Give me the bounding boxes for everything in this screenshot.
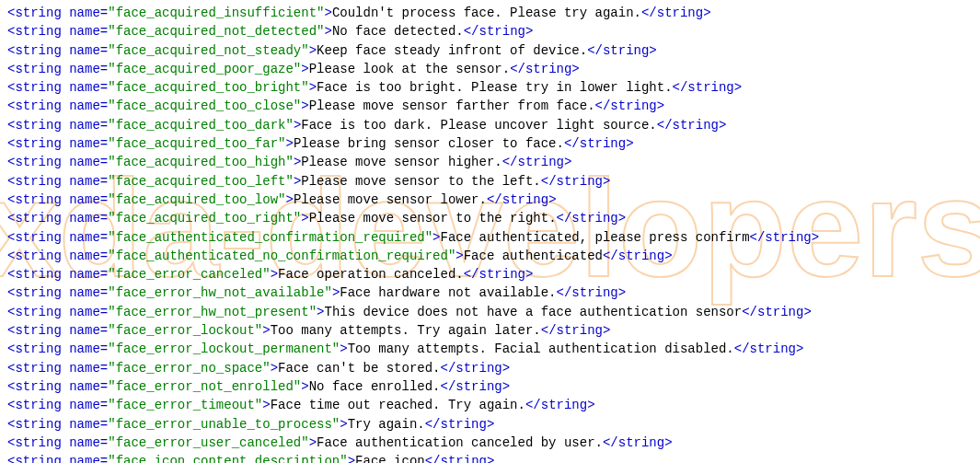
xml-string-line: <string name="face_acquired_not_detected… — [7, 22, 973, 41]
xml-string-line: <string name="face_acquired_too_low">Ple… — [7, 191, 973, 209]
xml-string-line: <string name="face_acquired_too_close">P… — [7, 97, 973, 115]
xml-string-line: <string name="face_acquired_insufficient… — [7, 4, 973, 22]
tag-open: <string — [7, 435, 69, 450]
tag-open: <string — [7, 98, 69, 113]
tag-open: <string — [7, 341, 69, 356]
string-value: No face detected. — [332, 24, 464, 39]
attr-name: name= — [69, 174, 108, 189]
attr-name: name= — [69, 379, 108, 394]
tag-open: <string — [7, 43, 69, 58]
tag-open: <string — [7, 361, 69, 376]
attr-value: "face_acquired_too_far" — [108, 136, 285, 151]
tag-close: </string> — [525, 398, 595, 412]
xml-string-line: <string name="face_acquired_too_bright">… — [7, 78, 973, 97]
xml-string-line: <string name="face_acquired_too_left">Pl… — [7, 172, 973, 191]
tag-open-end: > — [432, 230, 440, 245]
attr-name: name= — [69, 435, 108, 450]
attr-value: "face_acquired_poor_gaze" — [108, 62, 301, 76]
attr-value: "face_error_not_enrolled" — [108, 379, 301, 394]
tag-close: </string> — [425, 417, 495, 432]
tag-close: </string> — [487, 192, 557, 207]
attr-name: name= — [69, 118, 108, 133]
tag-open-end: > — [301, 62, 308, 76]
attr-name: name= — [69, 454, 108, 463]
xml-string-line: <string name="face_error_unable_to_proce… — [7, 415, 973, 434]
tag-open-end: > — [348, 454, 355, 463]
tag-close: </string> — [673, 80, 743, 95]
xml-string-line: <string name="face_error_not_enrolled">N… — [7, 377, 973, 396]
tag-open: <string — [7, 454, 69, 463]
string-value: Couldn't process face. Please try again. — [332, 6, 641, 20]
tag-open-end: > — [324, 6, 331, 20]
string-value: Too many attempts. Try again later. — [271, 323, 541, 338]
tag-close: </string> — [441, 361, 511, 376]
tag-close: </string> — [742, 305, 812, 319]
tag-open: <string — [7, 136, 69, 151]
tag-open-end: > — [309, 435, 317, 450]
tag-open: <string — [7, 192, 69, 207]
tag-open: <string — [7, 118, 69, 133]
attr-value: "face_error_lockout_permanent" — [108, 341, 340, 356]
tag-open: <string — [7, 155, 69, 169]
attr-name: name= — [69, 398, 108, 412]
attr-name: name= — [69, 323, 108, 338]
tag-open: <string — [7, 398, 69, 412]
tag-close: </string> — [541, 323, 611, 338]
attr-name: name= — [69, 98, 108, 113]
attr-value: "face_error_canceled" — [108, 267, 270, 282]
tag-close: </string> — [557, 211, 627, 226]
string-value: Try again. — [348, 417, 425, 432]
xml-string-line: <string name="face_authenticated_no_conf… — [7, 247, 973, 265]
xml-string-line: <string name="face_acquired_too_high">Pl… — [7, 153, 973, 171]
tag-close: </string> — [587, 43, 657, 58]
string-value: Face time out reached. Try again. — [271, 398, 525, 412]
tag-close: </string> — [510, 62, 580, 76]
attr-name: name= — [69, 24, 108, 39]
xml-string-line: <string name="face_error_lockout_permane… — [7, 340, 973, 358]
tag-close: </string> — [603, 249, 673, 263]
attr-value: "face_error_unable_to_process" — [108, 417, 340, 432]
tag-open: <string — [7, 267, 69, 282]
attr-value: "face_acquired_not_detected" — [108, 24, 324, 39]
xml-string-line: <string name="face_acquired_too_far">Ple… — [7, 134, 973, 153]
attr-value: "face_authenticated_confirmation_require… — [108, 230, 432, 245]
attr-name: name= — [69, 6, 108, 20]
tag-open: <string — [7, 6, 69, 20]
tag-close: </string> — [557, 285, 627, 300]
string-value: Keep face steady infront of device. — [317, 43, 587, 58]
tag-open-end: > — [262, 398, 270, 412]
tag-close: </string> — [464, 267, 534, 282]
xml-string-line: <string name="face_error_hw_not_availabl… — [7, 284, 973, 302]
tag-close: </string> — [564, 136, 634, 151]
attr-name: name= — [69, 305, 108, 319]
tag-close: </string> — [441, 379, 511, 394]
attr-value: "face_icon_content_description" — [108, 454, 347, 463]
xml-code-block: <string name="face_acquired_insufficient… — [7, 4, 973, 463]
tag-open-end: > — [309, 43, 317, 58]
string-value: Face is too dark. Please uncover light s… — [301, 118, 656, 133]
attr-name: name= — [69, 43, 108, 58]
tag-open-end: > — [271, 361, 278, 376]
tag-open: <string — [7, 174, 69, 189]
tag-open: <string — [7, 211, 69, 226]
string-value: Please move sensor farther from face. — [309, 98, 595, 113]
tag-open-end: > — [285, 192, 293, 207]
tag-close: </string> — [734, 341, 804, 356]
attr-value: "face_acquired_too_close" — [108, 98, 301, 113]
attr-value: "face_error_timeout" — [108, 398, 262, 412]
attr-name: name= — [69, 417, 108, 432]
attr-value: "face_acquired_too_right" — [108, 211, 301, 226]
tag-open-end: > — [285, 136, 293, 151]
tag-open-end: > — [301, 211, 308, 226]
string-value: Face hardware not available. — [340, 285, 556, 300]
xml-string-line: <string name="face_acquired_too_right">P… — [7, 209, 973, 227]
tag-close: </string> — [595, 98, 665, 113]
xml-string-line: <string name="face_icon_content_descript… — [7, 452, 973, 463]
attr-name: name= — [69, 211, 108, 226]
string-value: Face icon — [355, 454, 425, 463]
xml-string-line: <string name="face_error_lockout">Too ma… — [7, 321, 973, 340]
string-value: Too many attempts. Facial authentication… — [348, 341, 734, 356]
tag-close: </string> — [657, 118, 727, 133]
tag-close: </string> — [464, 24, 534, 39]
tag-open-end: > — [301, 98, 308, 113]
